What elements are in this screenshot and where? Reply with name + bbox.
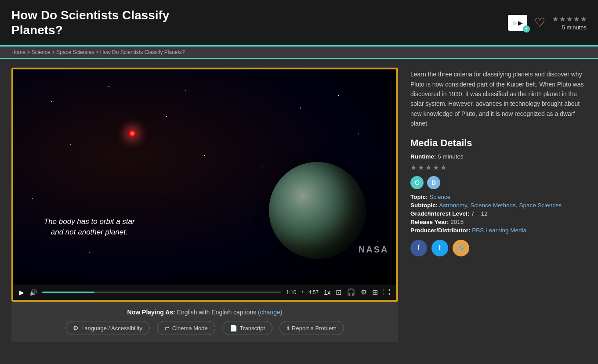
now-playing-value: English with English captions [177, 309, 257, 316]
copy-link-button[interactable]: 🔗 [453, 240, 469, 256]
star-4[interactable]: ★ [573, 15, 580, 23]
planet-decoration [269, 162, 366, 259]
media-star-5[interactable]: ★ [440, 163, 446, 172]
bottom-bar: Now Playing As: English with English cap… [11, 302, 398, 342]
media-star-1[interactable]: ★ [410, 163, 417, 172]
release-value: 2015 [450, 219, 464, 225]
now-playing-label: Now Playing As: [127, 309, 175, 316]
red-star-decoration [128, 130, 136, 137]
add-to-playlist-button[interactable]: ▶ + [508, 15, 527, 31]
grade-label: Grade/Interest Level: [410, 210, 469, 217]
cinema-icon: ⇄ [164, 324, 170, 332]
media-star-4[interactable]: ★ [433, 163, 439, 172]
social-row: f t 🔗 [410, 240, 587, 256]
grade-value: 7 – 12 [471, 210, 488, 217]
runtime-value: 5 minutes [438, 153, 464, 160]
gear-icon: ⚙ [73, 324, 79, 332]
grade-row: Grade/Interest Level: 7 – 12 [410, 210, 587, 217]
info-section: Learn the three criteria for classifying… [410, 68, 587, 342]
bottom-actions: ⚙ Language / Accessibility ⇄ Cinema Mode… [23, 321, 387, 335]
video-wrapper: The body has to orbit a starand not anot… [11, 68, 398, 302]
page-header: How Do Scientists Classify Planets? ▶ + … [0, 0, 598, 47]
runtime-label: Runtime: [410, 153, 436, 160]
transcript-icon: 📄 [230, 324, 237, 332]
add-badge: + [523, 25, 530, 32]
media-star-3[interactable]: ★ [425, 163, 431, 172]
current-time: 1:10 [286, 289, 296, 296]
runtime-row: Runtime: 5 minutes [410, 153, 587, 160]
main-content: The body has to orbit a starand not anot… [0, 59, 598, 351]
time-separator: / [302, 289, 303, 296]
topic-label: Topic: [410, 194, 428, 200]
star-2[interactable]: ★ [559, 15, 565, 23]
volume-button[interactable]: 🔊 [29, 289, 37, 296]
cinema-mode-label: Cinema Mode [172, 325, 208, 332]
star-1[interactable]: ★ [552, 15, 558, 23]
transcript-label: Transcript [240, 325, 265, 332]
now-playing-info: Now Playing As: English with English cap… [23, 309, 387, 316]
favorite-button[interactable]: ♡ [534, 15, 545, 30]
play-pause-button[interactable]: ▶ [19, 289, 24, 296]
star-5[interactable]: ★ [580, 15, 587, 23]
change-language-link[interactable]: (change) [258, 309, 282, 316]
report-problem-button[interactable]: ℹ Report a Problem [279, 321, 344, 335]
video-screen[interactable]: The body has to orbit a starand not anot… [13, 69, 396, 285]
settings-button[interactable]: ⚙ [361, 288, 367, 296]
release-row: Release Year: 2015 [410, 219, 587, 225]
progress-bar-container[interactable] [42, 292, 281, 293]
title-line1: How Do Scientists Classify [11, 8, 169, 22]
video-description: Learn the three criteria for classifying… [410, 69, 587, 128]
topic-link[interactable]: Science [429, 194, 450, 200]
video-controls: ▶ 🔊 1:10 / 4:57 1x ⊡ 🎧 ⚙ ⊞ ⛶ [13, 285, 396, 300]
progress-bar-fill [42, 292, 94, 293]
subtopic-row: Subtopic: Astronomy, Science Methods, Sp… [410, 202, 587, 209]
badge-c: C [410, 176, 424, 189]
media-star-rating[interactable]: ★ ★ ★ ★ ★ [410, 163, 587, 172]
release-label: Release Year: [410, 219, 449, 225]
media-details-title: Media Details [410, 137, 587, 149]
badge-d: D [427, 176, 440, 189]
star-3[interactable]: ★ [566, 15, 573, 23]
nasa-watermark: NASA [359, 245, 389, 255]
header-duration: 5 minutes [562, 24, 587, 31]
header-controls: ▶ + ♡ ★ ★ ★ ★ ★ 5 minutes [508, 15, 587, 31]
link-icon: 🔗 [456, 243, 466, 253]
subtopic-label: Subtopic: [410, 202, 438, 209]
speed-button[interactable]: 1x [324, 289, 330, 296]
captions-button[interactable]: ⊡ [336, 288, 341, 296]
subtopic-science-methods[interactable]: Science Methods [470, 202, 516, 209]
play-icon: ▶ [513, 18, 518, 27]
language-accessibility-label: Language / Accessibility [81, 325, 142, 332]
star-rating-display[interactable]: ★ ★ ★ ★ ★ [552, 15, 587, 23]
twitter-share-button[interactable]: t [431, 240, 448, 256]
header-rating: ★ ★ ★ ★ ★ 5 minutes [552, 15, 587, 31]
subtopic-space-sciences[interactable]: Space Sciences [519, 202, 562, 209]
headphones-button[interactable]: 🎧 [347, 288, 355, 296]
producer-row: Producer/Distributor: PBS Learning Media [410, 227, 587, 234]
video-section: The body has to orbit a starand not anot… [11, 68, 398, 342]
twitter-icon: t [439, 243, 441, 252]
badges-row: C D [410, 176, 587, 189]
video-subtitle: The body has to orbit a starand not anot… [44, 216, 135, 238]
producer-link[interactable]: PBS Learning Media [472, 227, 526, 234]
breadcrumb-text: Home > Science > Space Sciences > How Do… [11, 49, 185, 55]
cinema-mode-button[interactable]: ⇄ Cinema Mode [157, 321, 215, 335]
breadcrumb: Home > Science > Space Sciences > How Do… [0, 47, 598, 59]
subtitle-text: The body has to orbit a starand not anot… [44, 217, 135, 236]
language-accessibility-button[interactable]: ⚙ Language / Accessibility [65, 321, 150, 335]
title-line2: Planets? [11, 23, 63, 37]
facebook-icon: f [417, 243, 420, 252]
transcript-button[interactable]: 📄 Transcript [222, 321, 272, 335]
topic-row: Topic: Science [410, 194, 587, 200]
fullscreen-button[interactable]: ⛶ [383, 288, 390, 296]
producer-label: Producer/Distributor: [410, 227, 471, 234]
media-star-2[interactable]: ★ [418, 163, 424, 172]
facebook-share-button[interactable]: f [410, 240, 427, 256]
info-icon: ℹ [287, 324, 289, 332]
report-problem-label: Report a Problem [292, 325, 337, 332]
subtopic-astronomy[interactable]: Astronomy [439, 202, 467, 209]
pip-button[interactable]: ⊞ [372, 288, 378, 296]
page-title: How Do Scientists Classify Planets? [11, 8, 169, 37]
total-time: 4:57 [308, 289, 319, 296]
